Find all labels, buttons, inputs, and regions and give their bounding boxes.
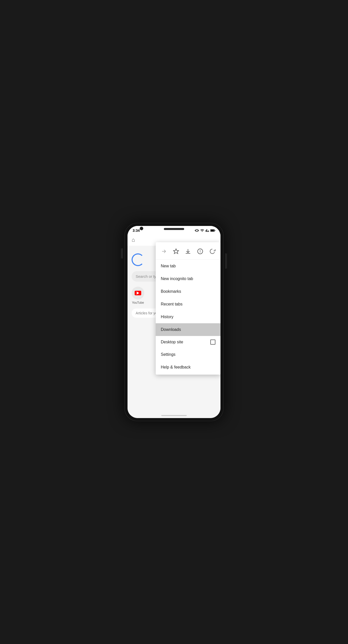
youtube-shortcut[interactable]: YouTube bbox=[132, 287, 144, 304]
youtube-label: YouTube bbox=[132, 301, 144, 304]
download-button[interactable] bbox=[183, 247, 193, 256]
phone-speaker bbox=[164, 228, 184, 230]
side-button-right bbox=[225, 253, 227, 269]
svg-marker-3 bbox=[173, 249, 179, 254]
phone-camera bbox=[140, 227, 143, 230]
side-button-left bbox=[121, 248, 123, 258]
menu-item-new-tab[interactable]: New tab bbox=[156, 260, 220, 272]
menu-item-history[interactable]: History bbox=[156, 311, 220, 323]
forward-button[interactable] bbox=[159, 247, 168, 256]
vibrate-icon bbox=[195, 228, 199, 233]
youtube-play-icon bbox=[137, 292, 139, 295]
svg-rect-1 bbox=[215, 230, 215, 231]
menu-item-recent-tabs[interactable]: Recent tabs bbox=[156, 298, 220, 311]
menu-toolbar bbox=[156, 243, 220, 260]
wifi-icon bbox=[200, 228, 204, 233]
status-icons bbox=[195, 228, 215, 233]
signal-icon bbox=[205, 228, 209, 233]
battery-icon bbox=[210, 229, 215, 232]
svg-rect-2 bbox=[211, 230, 214, 231]
status-time: 3:34 bbox=[133, 228, 140, 233]
menu-item-bookmarks[interactable]: Bookmarks bbox=[156, 285, 220, 298]
google-logo bbox=[132, 253, 144, 266]
browser-content: ⌂ Search or type YouTube Art bbox=[128, 234, 220, 418]
menu-item-settings[interactable]: Settings bbox=[156, 348, 220, 361]
bookmark-button[interactable] bbox=[171, 247, 181, 256]
menu-item-desktop-site[interactable]: Desktop site bbox=[156, 336, 220, 348]
dropdown-menu: New tab New incognito tab Bookmarks Rece… bbox=[156, 242, 220, 375]
home-icon[interactable]: ⌂ bbox=[132, 237, 135, 243]
home-indicator bbox=[161, 415, 187, 416]
youtube-icon bbox=[135, 291, 141, 295]
menu-item-help-feedback[interactable]: Help & feedback bbox=[156, 361, 220, 374]
phone-device: 3:34 bbox=[124, 223, 224, 421]
menu-item-new-incognito-tab[interactable]: New incognito tab bbox=[156, 272, 220, 285]
desktop-site-checkbox[interactable] bbox=[210, 340, 215, 345]
youtube-shortcut-icon bbox=[132, 287, 144, 299]
reload-button[interactable] bbox=[208, 247, 217, 256]
phone-screen: 3:34 bbox=[128, 226, 220, 418]
info-button[interactable] bbox=[196, 247, 205, 256]
menu-item-downloads[interactable]: Downloads bbox=[156, 323, 220, 336]
